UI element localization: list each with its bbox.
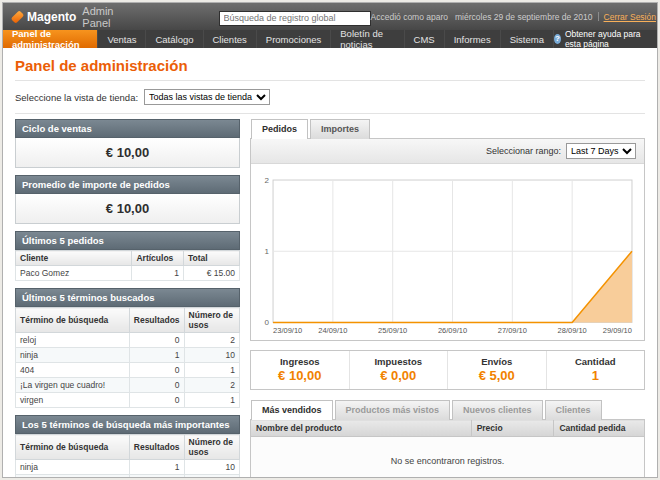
nav-item-sistema[interactable]: Sistema — [501, 30, 554, 48]
search-term: ¡La virgen que cuadro! — [16, 378, 130, 393]
orders-area-chart: 01223/09/1024/09/1025/09/1026/09/1027/09… — [257, 172, 638, 340]
session-info: Accedió como aparo miércoles 29 de septi… — [371, 12, 656, 22]
stat-label: Cantidad — [547, 356, 645, 367]
svg-text:2: 2 — [265, 176, 270, 185]
average-orders-value: € 10,00 — [15, 194, 240, 224]
search-uses: 2 — [184, 378, 239, 393]
average-orders-title: Promedio de importe de pedidos — [15, 175, 240, 194]
table-row[interactable]: reloj 0 2 — [16, 333, 240, 348]
page-title: Panel de administración — [15, 57, 645, 74]
tab-productos-mas-vistos[interactable]: Productos más vistos — [335, 400, 451, 420]
table-row[interactable]: ninja 1 10 — [16, 348, 240, 363]
column-header: Precio — [471, 420, 554, 437]
column-header: Término de búsqueda — [16, 308, 130, 333]
search-results: 0 — [129, 393, 184, 408]
stat-label: Envíos — [448, 356, 546, 367]
nav-item-cms[interactable]: CMS — [405, 30, 445, 48]
nav-item-dashboard[interactable]: Panel de administración — [3, 30, 98, 48]
svg-text:26/09/10: 26/09/10 — [438, 326, 467, 335]
content-area: Panel de administración Seleccione la vi… — [3, 48, 657, 477]
order-items: 1 — [132, 266, 184, 281]
store-view-row: Seleccione la vista de tienda: Todas las… — [15, 84, 645, 110]
stat-value: € 10,00 — [251, 368, 349, 383]
totals-bar: Ingresos € 10,00 Impuestos € 0,00 Envíos… — [250, 350, 645, 390]
store-view-select[interactable]: Todas las vistas de tienda — [144, 89, 270, 105]
stat-label: Impuestos — [350, 356, 448, 367]
lifetime-sales-title: Ciclo de ventas — [15, 119, 240, 138]
svg-text:24/09/10: 24/09/10 — [318, 326, 347, 335]
magento-logo: Magento Admin Panel — [11, 5, 119, 29]
divider — [15, 113, 645, 114]
logout-link[interactable]: Cerrar Sesión — [604, 12, 656, 22]
logged-in-as: Accedió como aparo — [371, 12, 449, 22]
table-row[interactable]: reloj 0 2 — [16, 475, 240, 478]
nav-item-boletin[interactable]: Boletín de noticias — [331, 30, 404, 48]
store-view-label: Seleccione la vista de tienda: — [15, 92, 138, 103]
column-header: Número de usos — [184, 435, 239, 460]
search-results: 1 — [129, 348, 184, 363]
empty-records-message: No se encontraron registros. — [251, 437, 645, 477]
search-uses: 10 — [184, 348, 239, 363]
help-link-label: Obtener ayuda para esta página — [565, 29, 649, 49]
current-date: miércoles 29 de septiembre de 2010 — [455, 12, 593, 22]
dashboard-right-column: Pedidos Importes Seleccionar rango: Last… — [250, 119, 645, 477]
nav-item-catalogo[interactable]: Catálogo — [146, 30, 203, 48]
average-orders-box: Promedio de importe de pedidos € 10,00 — [15, 175, 240, 224]
search-results: 0 — [129, 363, 184, 378]
nav-item-clientes[interactable]: Clientes — [204, 30, 257, 48]
products-tabs: Más vendidos Productos más vistos Nuevos… — [250, 400, 645, 419]
search-term: reloj — [16, 333, 130, 348]
global-search — [219, 7, 371, 26]
magento-logo-icon — [11, 10, 24, 23]
table-row[interactable]: ninja 1 10 — [16, 460, 240, 475]
stat-label: Ingresos — [251, 356, 349, 367]
svg-text:28/09/10: 28/09/10 — [558, 326, 587, 335]
last-search-terms-box: Últimos 5 términos buscados Término de b… — [15, 288, 240, 408]
last-orders-box: Últimos 5 pedidos Cliente Artículos Tota… — [15, 231, 240, 281]
top-search-terms-title: Los 5 términos de búsqueda más important… — [15, 415, 240, 434]
svg-text:23/09/10: 23/09/10 — [273, 326, 302, 335]
stat-cantidad: Cantidad 1 — [546, 351, 645, 389]
stat-value: € 0,00 — [350, 368, 448, 383]
nav-item-ventas[interactable]: Ventas — [98, 30, 146, 48]
help-link[interactable]: ? Obtener ayuda para esta página — [554, 30, 657, 48]
column-header: Término de búsqueda — [16, 435, 130, 460]
dashboard-left-column: Ciclo de ventas € 10,00 Promedio de impo… — [15, 119, 240, 477]
range-select[interactable]: Last 7 Days — [566, 143, 636, 159]
tab-mas-vendidos[interactable]: Más vendidos — [251, 400, 333, 420]
svg-text:25/09/10: 25/09/10 — [378, 326, 407, 335]
tab-clientes[interactable]: Clientes — [545, 400, 602, 420]
divider — [15, 80, 645, 81]
search-term: 404 — [16, 363, 130, 378]
tab-importes[interactable]: Importes — [310, 119, 370, 139]
svg-text:29/09/10: 29/09/10 — [603, 326, 632, 335]
tab-nuevos-clientes[interactable]: Nuevos clientes — [452, 400, 543, 420]
table-row[interactable]: virgen 0 1 — [16, 393, 240, 408]
column-header: Cantidad pedida — [554, 420, 645, 437]
table-row[interactable]: Paco Gomez 1 € 15.00 — [16, 266, 240, 281]
global-search-input[interactable] — [219, 11, 371, 26]
last-search-terms-table: Término de búsqueda Resultados Número de… — [15, 307, 240, 408]
stat-value: 1 — [547, 368, 645, 383]
column-header: Nombre del producto — [251, 420, 472, 437]
logo-text: Magento — [27, 10, 76, 24]
tab-pedidos[interactable]: Pedidos — [251, 119, 308, 139]
top-search-terms-box: Los 5 términos de búsqueda más important… — [15, 415, 240, 477]
stat-value: € 5,00 — [448, 368, 546, 383]
nav-item-promociones[interactable]: Promociones — [257, 30, 331, 48]
stat-envios: Envíos € 5,00 — [447, 351, 546, 389]
last-orders-title: Últimos 5 pedidos — [15, 231, 240, 250]
search-term: reloj — [16, 475, 130, 478]
dashboard: Ciclo de ventas € 10,00 Promedio de impo… — [15, 119, 645, 477]
table-row[interactable]: ¡La virgen que cuadro! 0 2 — [16, 378, 240, 393]
search-uses: 10 — [184, 460, 239, 475]
search-uses: 2 — [184, 333, 239, 348]
best-sellers-table: Nombre del producto Precio Cantidad pedi… — [250, 419, 645, 477]
lifetime-sales-value: € 10,00 — [15, 138, 240, 168]
search-term: ninja — [16, 348, 130, 363]
orders-chart: 01223/09/1024/09/1025/09/1026/09/1027/09… — [251, 164, 644, 340]
orders-chart-panel: Seleccionar rango: Last 7 Days 01223/09/… — [250, 138, 645, 341]
search-results: 0 — [129, 378, 184, 393]
table-row[interactable]: 404 0 1 — [16, 363, 240, 378]
nav-item-informes[interactable]: Informes — [445, 30, 501, 48]
